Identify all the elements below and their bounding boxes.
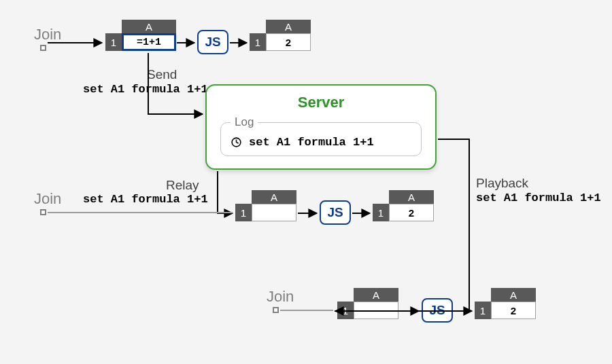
join-node-2: [40, 209, 46, 215]
log-text: set A1 formula 1+1: [249, 136, 374, 149]
colhead: A: [354, 288, 398, 302]
sheet-result-2: 1 A 2: [373, 190, 434, 221]
rownum: 1: [105, 33, 122, 51]
server-box: Server Log set A1 formula 1+1: [205, 84, 437, 170]
js-box-1: JS: [197, 30, 228, 54]
join-label-3: Join: [267, 288, 294, 306]
svg-line-2: [237, 143, 239, 143]
colhead: A: [491, 288, 536, 302]
js-box-3: JS: [422, 298, 453, 323]
cell-result: 2: [389, 204, 434, 221]
sheet-input-1: 1 A =1+1: [105, 20, 176, 51]
join-label-2: Join: [34, 190, 61, 208]
diagram: Join 1 A =1+1 JS 1 A 2 Send set A1 formu…: [0, 0, 612, 364]
colhead: A: [122, 20, 176, 33]
cell-formula: =1+1: [122, 33, 176, 51]
log-legend: Log: [231, 115, 258, 129]
cell-empty: [354, 302, 398, 319]
log-entry: set A1 formula 1+1: [231, 136, 411, 149]
colhead: A: [389, 190, 434, 204]
join-label-1: Join: [34, 26, 61, 43]
cell-result: 2: [491, 302, 536, 319]
join-node-1: [40, 45, 46, 51]
relay-label: Relay: [166, 178, 199, 193]
rownum: 1: [235, 204, 252, 221]
colhead: A: [266, 20, 311, 33]
sheet-input-3: 1 A: [337, 288, 398, 319]
send-label: Send: [147, 67, 177, 82]
colhead: A: [252, 190, 296, 204]
playback-label: Playback: [476, 176, 528, 191]
cell-result: 2: [266, 33, 311, 51]
rownum: 1: [250, 33, 266, 51]
playback-code: set A1 formula 1+1: [476, 192, 601, 204]
cell-empty: [252, 204, 296, 221]
log-box: Log set A1 formula 1+1: [220, 115, 422, 156]
js-box-2: JS: [320, 200, 351, 225]
sheet-result-3: 1 A 2: [475, 288, 536, 319]
sheet-input-2: 1 A: [235, 190, 296, 221]
join-node-3: [273, 307, 279, 313]
clock-icon: [231, 136, 242, 148]
sheet-result-1: 1 A 2: [250, 20, 311, 51]
rownum: 1: [475, 302, 491, 319]
server-title: Server: [219, 94, 423, 111]
rownum: 1: [373, 204, 389, 221]
relay-code: set A1 formula 1+1: [83, 193, 208, 206]
send-code: set A1 formula 1+1: [83, 83, 208, 96]
rownum: 1: [337, 302, 354, 319]
